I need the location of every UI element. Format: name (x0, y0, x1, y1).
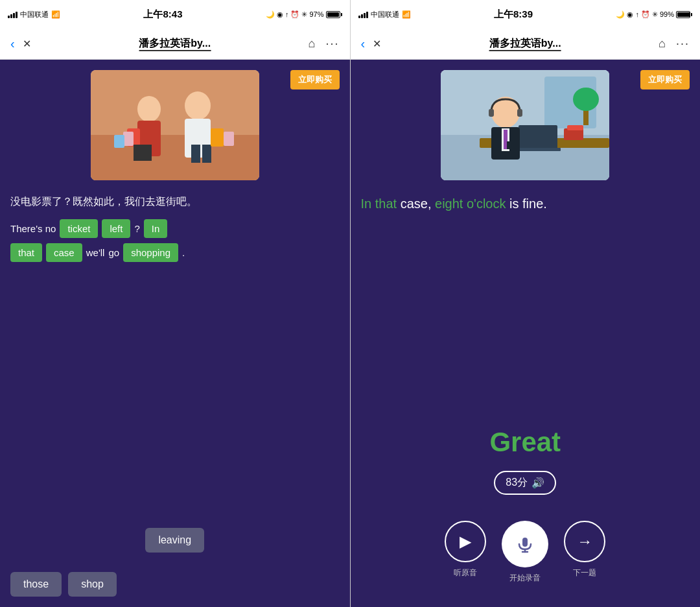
word-in[interactable]: In (144, 219, 168, 238)
right-content: 立即购买 In that case, eight o'clock is fine… (351, 60, 701, 607)
right-lesson-image (441, 70, 609, 180)
svg-rect-33 (522, 538, 528, 547)
left-carrier: 中国联通 (20, 10, 49, 19)
svg-point-2 (137, 96, 161, 122)
svg-rect-11 (191, 145, 200, 163)
left-nav-bar: ‹ ✕ 潘多拉英语by... ⌂ ··· (0, 29, 350, 60)
svg-rect-30 (567, 125, 583, 130)
svg-rect-12 (202, 145, 211, 163)
left-lesson-image (91, 70, 259, 180)
play-button-wrapper: ▶ 听原音 (445, 521, 486, 578)
left-battery-icon (326, 11, 342, 18)
left-word-row-1: There's no ticket left ? In (10, 219, 340, 238)
right-nav-icon: ↑ (635, 10, 639, 18)
svg-rect-7 (123, 132, 134, 146)
word-period: . (182, 247, 185, 258)
result-great: Great (361, 427, 690, 458)
right-home-button[interactable]: ⌂ (659, 37, 666, 51)
left-status-right: 🌙 ◉ ↑ ⏰ ✳ 97% (266, 10, 342, 19)
word-theres-no: There's no (10, 223, 56, 234)
choice-those[interactable]: those (10, 572, 62, 597)
left-alarm-icon: ⏰ (290, 10, 299, 19)
sentence-eight-oclock: eight o'clock (435, 196, 506, 211)
left-status-left: 中国联通 📶 (8, 10, 60, 19)
dual-phone-wrapper: 中国联通 📶 上午8:43 🌙 ◉ ↑ ⏰ ✳ 97% ‹ ✕ (0, 0, 700, 607)
right-buy-button[interactable]: 立即购买 (640, 70, 690, 89)
svg-point-9 (185, 91, 211, 120)
left-battery-pct: 97% (309, 10, 323, 18)
word-that[interactable]: that (10, 243, 42, 262)
right-close-button[interactable]: ✕ (373, 38, 381, 50)
svg-rect-5 (134, 145, 143, 161)
svg-rect-8 (114, 135, 124, 148)
word-well: we'll (86, 247, 105, 258)
svg-rect-13 (211, 128, 224, 147)
word-leaving[interactable]: leaving (145, 528, 204, 553)
right-alarm-icon: ⏰ (641, 10, 650, 19)
controls-row: ▶ 听原音 开始录音 → 下 (361, 521, 690, 584)
right-more-button[interactable]: ··· (676, 37, 690, 51)
left-signal-icon (8, 10, 18, 18)
left-word-choices: those shop (10, 565, 340, 597)
score-sound-icon: 🔊 (531, 477, 544, 489)
play-label: 听原音 (454, 567, 477, 578)
score-value: 83分 (506, 476, 528, 490)
left-moon-icon: 🌙 (266, 10, 275, 19)
left-status-bar: 中国联通 📶 上午8:43 🌙 ◉ ↑ ⏰ ✳ 97% (0, 0, 350, 29)
right-battery-icon (676, 11, 692, 18)
right-signal-icon (358, 10, 368, 18)
right-carrier: 中国联通 (371, 10, 399, 19)
right-battery-pct: 99% (660, 10, 674, 18)
right-nav-title: 潘多拉英语by... (489, 37, 561, 51)
left-bluetooth-icon: ✳ (301, 10, 307, 19)
left-close-button[interactable]: ✕ (23, 38, 31, 50)
word-left[interactable]: left (102, 219, 130, 238)
microphone-icon (516, 535, 534, 553)
left-back-button[interactable]: ‹ (10, 36, 15, 51)
left-phone-panel: 中国联通 📶 上午8:43 🌙 ◉ ↑ ⏰ ✳ 97% ‹ ✕ (0, 0, 351, 607)
word-ticket[interactable]: ticket (60, 219, 98, 238)
right-image-wrapper: 立即购买 (361, 70, 690, 180)
svg-rect-6 (143, 145, 152, 161)
next-label: 下一题 (573, 567, 596, 578)
svg-rect-27 (517, 109, 522, 117)
play-button[interactable]: ▶ (445, 521, 486, 562)
left-location-icon: ◉ (277, 10, 283, 19)
right-bluetooth-icon: ✳ (652, 10, 658, 19)
svg-point-32 (573, 88, 599, 111)
business-illustration (441, 70, 609, 180)
mic-button[interactable] (502, 521, 548, 567)
left-nav-icon: ↑ (285, 10, 289, 18)
word-question: ? (134, 223, 139, 234)
word-go: go (108, 247, 119, 258)
right-nav-right: ⌂ ··· (659, 37, 690, 51)
left-home-button[interactable]: ⌂ (309, 37, 316, 51)
right-status-bar: 中国联通 📶 上午8:39 🌙 ◉ ↑ ⏰ ✳ 99% (351, 0, 701, 29)
mic-button-wrapper: 开始录音 (502, 521, 548, 584)
word-shopping[interactable]: shopping (123, 243, 178, 262)
next-button[interactable]: → (564, 521, 605, 562)
shopping-illustration (91, 70, 259, 180)
right-phone-panel: 中国联通 📶 上午8:39 🌙 ◉ ↑ ⏰ ✳ 99% ‹ ✕ (351, 0, 701, 607)
right-wifi-icon: 📶 (402, 10, 411, 19)
mic-label: 开始录音 (509, 573, 541, 584)
right-status-left: 中国联通 📶 (358, 10, 411, 19)
word-case[interactable]: case (46, 243, 82, 262)
right-back-button[interactable]: ‹ (361, 36, 366, 51)
svg-rect-14 (224, 132, 234, 146)
svg-rect-21 (515, 148, 561, 151)
right-nav-bar: ‹ ✕ 潘多拉英语by... ⌂ ··· (351, 29, 701, 60)
left-nav-title: 潘多拉英语by... (139, 37, 211, 51)
choice-shop[interactable]: shop (68, 572, 117, 597)
leaving-row: leaving (10, 528, 340, 553)
right-moon-icon: 🌙 (616, 10, 625, 19)
left-more-button[interactable]: ··· (325, 37, 339, 51)
score-badge: 83分 🔊 (494, 471, 556, 495)
left-content: 立即购买 没电影票了？既然如此，我们去逛街吧。 There's no ticke… (0, 60, 350, 607)
next-button-wrapper: → 下一题 (564, 521, 605, 578)
left-wifi-icon: 📶 (51, 10, 60, 19)
right-status-right: 🌙 ◉ ↑ ⏰ ✳ 99% (616, 10, 692, 19)
left-image-wrapper: 立即购买 (10, 70, 340, 180)
left-buy-button[interactable]: 立即购买 (290, 70, 340, 89)
sentence-in-that: In that (361, 196, 401, 211)
